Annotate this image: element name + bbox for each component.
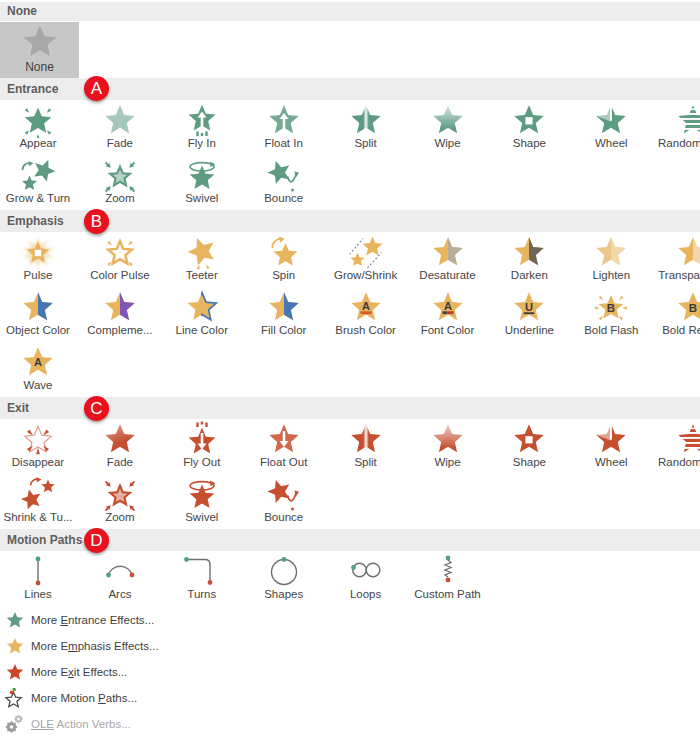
svg-text:B: B: [689, 302, 697, 314]
svg-text:A: A: [34, 356, 42, 368]
svg-text:B: B: [607, 302, 615, 314]
svg-text:A: A: [362, 300, 370, 312]
svg-text:U: U: [525, 301, 533, 313]
svg-text:A: A: [444, 300, 452, 312]
